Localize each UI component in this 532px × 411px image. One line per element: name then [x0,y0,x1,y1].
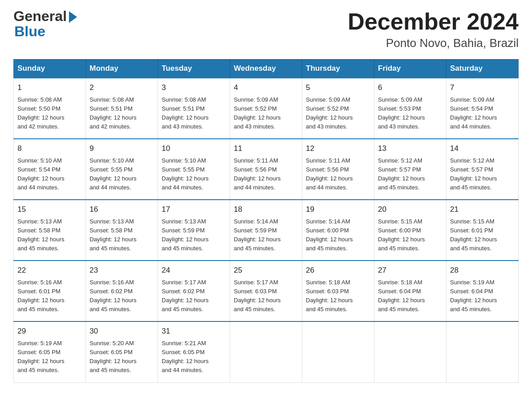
header-friday: Friday [374,60,446,78]
day-number: 10 [162,143,226,154]
day-number: 20 [378,204,442,215]
day-info: Sunrise: 5:09 AMSunset: 5:53 PMDaylight:… [378,95,442,132]
header-wednesday: Wednesday [230,60,302,78]
day-info: Sunrise: 5:14 AMSunset: 6:00 PMDaylight:… [306,217,370,253]
day-number: 4 [234,82,298,94]
day-number: 7 [450,82,515,94]
day-number: 6 [378,82,442,94]
day-info: Sunrise: 5:14 AMSunset: 5:59 PMDaylight:… [234,217,298,253]
day-info: Sunrise: 5:13 AMSunset: 5:59 PMDaylight:… [162,217,226,253]
table-row: 10 Sunrise: 5:10 AMSunset: 5:55 PMDaylig… [158,139,230,200]
table-row: 30 Sunrise: 5:20 AMSunset: 6:05 PMDaylig… [86,321,158,382]
day-info: Sunrise: 5:09 AMSunset: 5:54 PMDaylight:… [450,95,515,132]
table-row [446,321,519,382]
table-row: 21 Sunrise: 5:15 AMSunset: 6:01 PMDaylig… [446,200,519,261]
day-number: 22 [17,265,82,276]
day-info: Sunrise: 5:09 AMSunset: 5:52 PMDaylight:… [306,95,370,132]
day-number: 17 [162,204,226,215]
table-row: 28 Sunrise: 5:19 AMSunset: 6:04 PMDaylig… [446,261,519,321]
table-row: 20 Sunrise: 5:15 AMSunset: 6:00 PMDaylig… [374,200,446,261]
day-number: 21 [450,204,515,215]
table-row: 22 Sunrise: 5:16 AMSunset: 6:01 PMDaylig… [14,261,86,321]
table-row: 13 Sunrise: 5:12 AMSunset: 5:57 PMDaylig… [374,139,446,200]
table-row: 3 Sunrise: 5:08 AMSunset: 5:51 PMDayligh… [158,78,230,139]
logo-blue-text: Blue [14,23,45,39]
day-number: 29 [17,325,82,337]
day-number: 18 [234,204,298,215]
day-info: Sunrise: 5:08 AMSunset: 5:50 PMDaylight:… [17,95,82,132]
day-info: Sunrise: 5:11 AMSunset: 5:56 PMDaylight:… [234,156,298,193]
logo-general-text: General [13,9,67,24]
header-saturday: Saturday [446,60,519,78]
calendar-table: Sunday Monday Tuesday Wednesday Thursday… [13,59,519,382]
day-info: Sunrise: 5:10 AMSunset: 5:55 PMDaylight:… [90,156,154,193]
day-info: Sunrise: 5:16 AMSunset: 6:01 PMDaylight:… [17,278,82,314]
table-row: 12 Sunrise: 5:11 AMSunset: 5:56 PMDaylig… [302,139,374,200]
calendar-week-row: 8 Sunrise: 5:10 AMSunset: 5:54 PMDayligh… [14,139,519,200]
day-number: 14 [450,143,515,154]
day-number: 5 [306,82,370,94]
day-info: Sunrise: 5:08 AMSunset: 5:51 PMDaylight:… [90,95,154,132]
table-row: 25 Sunrise: 5:17 AMSunset: 6:03 PMDaylig… [230,261,302,321]
table-row: 27 Sunrise: 5:18 AMSunset: 6:04 PMDaylig… [374,261,446,321]
page-header: General Blue December 2024 Ponto Novo, B… [13,9,519,50]
day-number: 9 [90,143,154,154]
day-info: Sunrise: 5:18 AMSunset: 6:03 PMDaylight:… [306,278,370,314]
header-thursday: Thursday [302,60,374,78]
day-info: Sunrise: 5:21 AMSunset: 6:05 PMDaylight:… [162,339,226,375]
calendar-header-row: Sunday Monday Tuesday Wednesday Thursday… [14,60,519,78]
day-info: Sunrise: 5:16 AMSunset: 6:02 PMDaylight:… [90,278,154,314]
day-info: Sunrise: 5:13 AMSunset: 5:58 PMDaylight:… [90,217,154,253]
table-row: 11 Sunrise: 5:11 AMSunset: 5:56 PMDaylig… [230,139,302,200]
day-info: Sunrise: 5:18 AMSunset: 6:04 PMDaylight:… [378,278,442,314]
day-info: Sunrise: 5:17 AMSunset: 6:03 PMDaylight:… [234,278,298,314]
table-row: 4 Sunrise: 5:09 AMSunset: 5:52 PMDayligh… [230,78,302,139]
table-row: 17 Sunrise: 5:13 AMSunset: 5:59 PMDaylig… [158,200,230,261]
day-number: 26 [306,265,370,276]
day-info: Sunrise: 5:13 AMSunset: 5:58 PMDaylight:… [17,217,82,253]
day-number: 28 [450,265,515,276]
calendar-week-row: 29 Sunrise: 5:19 AMSunset: 6:05 PMDaylig… [14,321,519,382]
day-info: Sunrise: 5:19 AMSunset: 6:04 PMDaylight:… [450,278,515,314]
table-row: 19 Sunrise: 5:14 AMSunset: 6:00 PMDaylig… [302,200,374,261]
day-number: 24 [162,265,226,276]
header-monday: Monday [86,60,158,78]
table-row: 2 Sunrise: 5:08 AMSunset: 5:51 PMDayligh… [86,78,158,139]
day-info: Sunrise: 5:08 AMSunset: 5:51 PMDaylight:… [162,95,226,132]
day-number: 27 [378,265,442,276]
table-row: 31 Sunrise: 5:21 AMSunset: 6:05 PMDaylig… [158,321,230,382]
day-number: 23 [90,265,154,276]
table-row [374,321,446,382]
table-row: 1 Sunrise: 5:08 AMSunset: 5:50 PMDayligh… [14,78,86,139]
day-info: Sunrise: 5:20 AMSunset: 6:05 PMDaylight:… [90,339,154,375]
title-block: December 2024 Ponto Novo, Bahia, Brazil [348,9,519,50]
table-row: 14 Sunrise: 5:12 AMSunset: 5:57 PMDaylig… [446,139,519,200]
day-info: Sunrise: 5:15 AMSunset: 6:00 PMDaylight:… [378,217,442,253]
table-row: 8 Sunrise: 5:10 AMSunset: 5:54 PMDayligh… [14,139,86,200]
table-row: 29 Sunrise: 5:19 AMSunset: 6:05 PMDaylig… [14,321,86,382]
day-info: Sunrise: 5:10 AMSunset: 5:54 PMDaylight:… [17,156,82,193]
day-number: 25 [234,265,298,276]
day-number: 1 [17,82,82,94]
table-row: 26 Sunrise: 5:18 AMSunset: 6:03 PMDaylig… [302,261,374,321]
table-row: 7 Sunrise: 5:09 AMSunset: 5:54 PMDayligh… [446,78,519,139]
day-info: Sunrise: 5:10 AMSunset: 5:55 PMDaylight:… [162,156,226,193]
day-info: Sunrise: 5:15 AMSunset: 6:01 PMDaylight:… [450,217,515,253]
day-number: 30 [90,325,154,337]
header-tuesday: Tuesday [158,60,230,78]
day-info: Sunrise: 5:19 AMSunset: 6:05 PMDaylight:… [17,339,82,375]
table-row: 24 Sunrise: 5:17 AMSunset: 6:02 PMDaylig… [158,261,230,321]
day-number: 19 [306,204,370,215]
table-row: 5 Sunrise: 5:09 AMSunset: 5:52 PMDayligh… [302,78,374,139]
day-number: 15 [17,204,82,215]
day-number: 12 [306,143,370,154]
table-row: 16 Sunrise: 5:13 AMSunset: 5:58 PMDaylig… [86,200,158,261]
table-row [230,321,302,382]
day-info: Sunrise: 5:17 AMSunset: 6:02 PMDaylight:… [162,278,226,314]
header-sunday: Sunday [14,60,86,78]
day-info: Sunrise: 5:11 AMSunset: 5:56 PMDaylight:… [306,156,370,193]
table-row [302,321,374,382]
day-number: 31 [162,325,226,337]
calendar-week-row: 1 Sunrise: 5:08 AMSunset: 5:50 PMDayligh… [14,78,519,139]
table-row: 6 Sunrise: 5:09 AMSunset: 5:53 PMDayligh… [374,78,446,139]
